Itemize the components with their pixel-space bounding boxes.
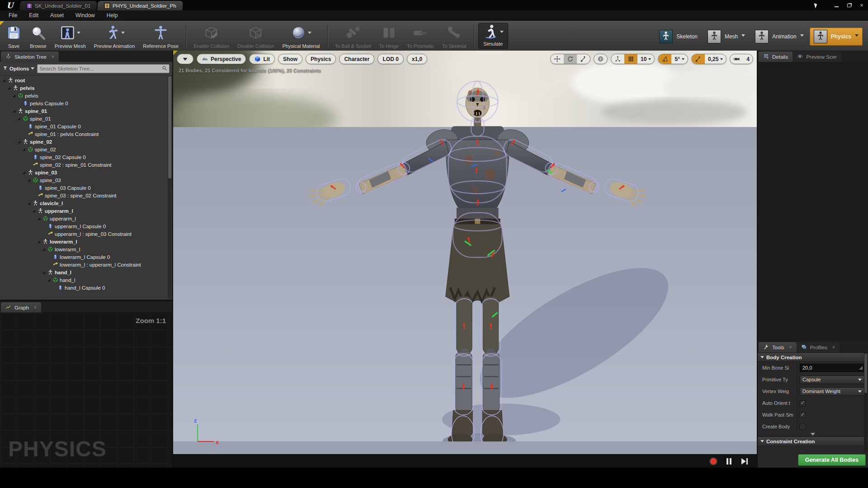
- close-icon[interactable]: ×: [34, 305, 37, 310]
- viewport-toolbar-button[interactable]: [177, 54, 193, 64]
- expander-icon[interactable]: [18, 141, 23, 143]
- tree-row[interactable]: spine_02 Capsule 0: [0, 153, 172, 161]
- skeleton-tree-tab[interactable]: Skeleton Tree ×: [1, 52, 59, 62]
- toolbar-button[interactable]: Physical Material: [278, 22, 324, 51]
- snap-segment-button[interactable]: [611, 54, 624, 64]
- expander-icon[interactable]: [33, 210, 38, 212]
- tree-row[interactable]: upperarm_l : spine_03 Constraint: [0, 230, 172, 238]
- toolbar-button[interactable]: [474, 25, 474, 48]
- viewport-toolbar-button[interactable]: Physics: [306, 54, 336, 64]
- asset-tab[interactable]: PHYS_Undead_Soldier_Ph ×: [98, 1, 183, 10]
- toolbar-button[interactable]: [186, 25, 186, 48]
- tree-row[interactable]: spine_02: [0, 138, 172, 145]
- graph-canvas[interactable]: Zoom 1:1 PHYSICS: [0, 313, 172, 468]
- tree-row[interactable]: lowerarm_l: [0, 245, 172, 253]
- tree-row[interactable]: upperarm_l Capsule 0: [0, 222, 172, 230]
- viewport-scene[interactable]: [173, 51, 757, 441]
- tree-row[interactable]: spine_01: [0, 115, 172, 122]
- tools-panel-tab[interactable]: Tools ×: [759, 342, 797, 352]
- tree-row[interactable]: hand_l: [0, 276, 172, 284]
- record-button[interactable]: [710, 458, 717, 465]
- tree-row[interactable]: upperarm_l: [0, 207, 172, 215]
- tree-row[interactable]: hand_l Capsule 0: [0, 284, 172, 291]
- tree-scrollbar[interactable]: [168, 76, 172, 299]
- editor-mode-button[interactable]: Skeleton: [655, 28, 702, 46]
- body-creation-header[interactable]: Body Creation: [758, 352, 868, 362]
- expander-icon[interactable]: [13, 94, 18, 97]
- checkbox[interactable]: [800, 412, 806, 418]
- tree-row[interactable]: root: [0, 76, 172, 84]
- tree-row[interactable]: pelvis: [0, 92, 172, 99]
- toolbar-button[interactable]: Preview Mesh: [51, 22, 90, 51]
- tree-row[interactable]: pelvis Capsule 0: [0, 99, 172, 107]
- snap-segment-button[interactable]: [658, 54, 671, 64]
- expander-icon[interactable]: [42, 271, 47, 274]
- menu-item[interactable]: Asset: [44, 10, 70, 20]
- viewport-toolbar-button[interactable]: LOD 0: [377, 54, 403, 64]
- toolbar-button[interactable]: Reference Pose: [139, 22, 183, 51]
- tree-row[interactable]: upperarm_l: [0, 215, 172, 222]
- tree-row[interactable]: lowerarm_l: [0, 238, 172, 245]
- advanced-expander[interactable]: [758, 432, 868, 436]
- generate-all-bodies-button[interactable]: Generate All Bodies: [798, 454, 866, 466]
- editor-mode-button[interactable]: Physics: [810, 28, 863, 46]
- expander-icon[interactable]: [38, 240, 42, 243]
- reset-icon[interactable]: [859, 366, 863, 370]
- expander-icon[interactable]: [18, 117, 23, 120]
- toolbar-button[interactable]: Simulate: [478, 23, 508, 49]
- close-icon[interactable]: ×: [832, 345, 835, 350]
- tree-options-button[interactable]: Options: [3, 66, 34, 71]
- toolbar-button[interactable]: Enable Collision: [189, 22, 233, 51]
- expander-icon[interactable]: [28, 202, 33, 205]
- tree-row[interactable]: spine_02: [0, 145, 172, 153]
- expander-icon[interactable]: [23, 171, 28, 174]
- snap-segment-button[interactable]: 0,25: [705, 54, 726, 64]
- graph-tab[interactable]: Graph ×: [1, 302, 41, 313]
- close-icon[interactable]: ×: [52, 54, 54, 59]
- expander-icon[interactable]: [3, 79, 8, 82]
- toolbar-button[interactable]: To Prismatic: [403, 22, 438, 51]
- tree-row[interactable]: spine_01 Capsule 0: [0, 122, 172, 130]
- snap-segment-button[interactable]: 10: [637, 54, 654, 64]
- expander-icon[interactable]: [23, 148, 28, 151]
- toolbar-button[interactable]: Browse: [26, 22, 51, 51]
- toolbar-button[interactable]: [327, 25, 328, 48]
- tree-row[interactable]: spine_03: [0, 176, 172, 184]
- expander-icon[interactable]: [28, 179, 33, 182]
- dropdown[interactable]: Capsule: [800, 375, 864, 384]
- tree-row[interactable]: lowerarm_l Capsule 0: [0, 253, 172, 261]
- snap-segment-button[interactable]: [551, 54, 564, 64]
- pause-button[interactable]: [726, 458, 728, 465]
- viewport-toolbar-button[interactable]: Perspective: [197, 54, 246, 64]
- expander-icon[interactable]: [47, 279, 52, 282]
- expander-icon[interactable]: [8, 87, 13, 89]
- search-input[interactable]: [39, 66, 162, 71]
- right-panel-tab[interactable]: Details: [759, 52, 793, 62]
- tools-panel-tab[interactable]: Profiles ×: [797, 342, 840, 352]
- editor-mode-button[interactable]: Mesh: [703, 28, 749, 46]
- step-forward-button[interactable]: [741, 458, 746, 465]
- snap-segment-button[interactable]: 4: [743, 54, 753, 64]
- right-panel-tab[interactable]: Preview Scer: [793, 52, 841, 62]
- expander-icon[interactable]: [38, 217, 42, 220]
- snap-segment-button[interactable]: [594, 54, 607, 64]
- tree-row[interactable]: hand_l: [0, 268, 172, 276]
- menu-item[interactable]: Window: [70, 10, 101, 20]
- toolbar-button[interactable]: To Skeletal: [438, 22, 471, 51]
- constraint-creation-header[interactable]: Constraint Creation: [758, 436, 868, 446]
- viewport-toolbar-button[interactable]: x1,0: [407, 54, 427, 64]
- close-button[interactable]: ×: [855, 1, 868, 9]
- tree-row[interactable]: spine_02 : spine_01 Constraint: [0, 161, 172, 169]
- close-icon[interactable]: ×: [789, 345, 792, 350]
- tools-scrollbar[interactable]: [864, 353, 868, 452]
- snap-segment-button[interactable]: 5°: [671, 54, 687, 64]
- restore-button[interactable]: [843, 1, 855, 9]
- tree-row[interactable]: spine_01 : pelvis Constraint: [0, 130, 172, 138]
- toolbar-button[interactable]: Save: [2, 22, 26, 51]
- tree-row[interactable]: clavicle_l: [0, 199, 172, 207]
- expander-icon[interactable]: [13, 110, 18, 113]
- viewport[interactable]: Perspective Lit Show: [173, 51, 757, 468]
- tree-row[interactable]: lowerarm_l : upperarm_l Constraint: [0, 261, 172, 268]
- dropdown[interactable]: Dominant Weight: [800, 387, 864, 396]
- expander-icon[interactable]: [42, 248, 47, 251]
